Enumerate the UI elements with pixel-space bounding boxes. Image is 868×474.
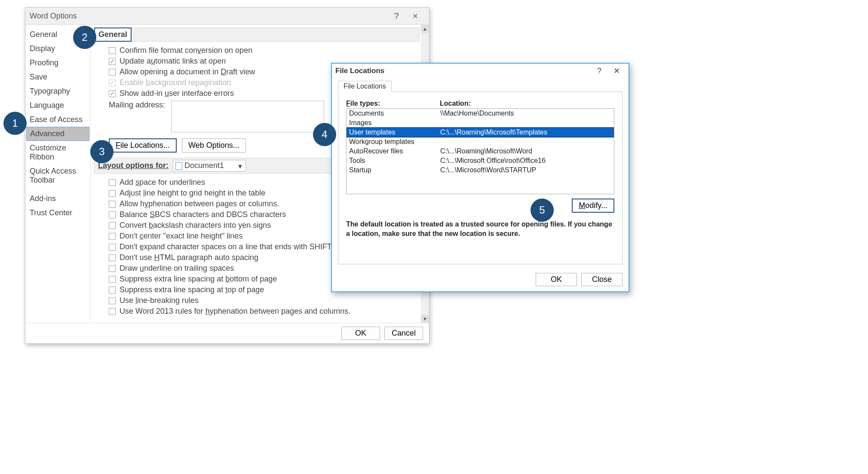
sidebar-item-trust[interactable]: Trust Center bbox=[25, 206, 90, 220]
file-locations-tab[interactable]: File Locations bbox=[338, 81, 392, 92]
checkbox-icon bbox=[109, 179, 116, 186]
checkbox-label: Suppress extra line spacing at top of pa… bbox=[120, 285, 264, 294]
checkbox-icon bbox=[109, 287, 116, 294]
checkbox-icon bbox=[109, 233, 116, 240]
file-locations-button[interactable]: File Locations... bbox=[109, 138, 177, 153]
file-type-cell: Startup bbox=[349, 165, 440, 175]
checkbox-label: Don't use HTML paragraph auto spacing bbox=[120, 253, 258, 262]
sidebar-item-save[interactable]: Save bbox=[25, 70, 90, 84]
checkbox-label: Update automatic links at open bbox=[120, 57, 226, 66]
help-button[interactable]: ? bbox=[591, 67, 608, 76]
layout-options-label: Layout options for: bbox=[98, 161, 169, 170]
file-location-row[interactable]: Documents\\Mac\Home\Documents bbox=[347, 109, 614, 118]
checkbox-icon bbox=[109, 297, 116, 304]
checkbox-icon bbox=[109, 90, 116, 97]
checkbox-icon bbox=[109, 80, 116, 86]
file-location-row[interactable]: StartupC:\...\Microsoft\Word\STARTUP bbox=[347, 165, 614, 175]
checkbox-label: Adjust line height to grid height in the… bbox=[120, 189, 265, 198]
location-cell: C:\...\Roaming\Microsoft\Templates bbox=[440, 128, 547, 137]
callout-2: 2 bbox=[73, 26, 96, 49]
file-location-row[interactable]: Workgroup templates bbox=[347, 137, 614, 147]
layout-document-select[interactable]: Document1 bbox=[173, 160, 246, 171]
checkbox-icon bbox=[109, 244, 116, 251]
column-file-types: File types: bbox=[346, 100, 440, 107]
location-cell: C:\...\Microsoft Office\root\Office16 bbox=[440, 156, 546, 165]
file-locations-title: File Locations bbox=[335, 67, 591, 75]
file-locations-titlebar: File Locations ? ✕ bbox=[332, 64, 629, 78]
file-locations-list[interactable]: Documents\\Mac\Home\DocumentsImagesUser … bbox=[346, 108, 614, 194]
file-type-cell: Workgroup templates bbox=[349, 137, 440, 147]
fl-ok-button[interactable]: OK bbox=[536, 273, 577, 286]
checkbox-label: Don't center "exact line height" lines bbox=[120, 232, 242, 241]
file-location-row[interactable]: AutoRecover filesC:\...\Roaming\Microsof… bbox=[347, 147, 614, 156]
location-cell: \\Mac\Home\Documents bbox=[440, 109, 514, 118]
mailing-address-label: Mailing address: bbox=[109, 101, 165, 132]
file-type-cell: Documents bbox=[349, 109, 440, 118]
file-type-cell: Tools bbox=[349, 156, 440, 165]
checkbox-label: Draw underline on trailing spaces bbox=[120, 264, 234, 273]
sidebar-item-qat[interactable]: Quick Access Toolbar bbox=[25, 164, 90, 187]
file-location-row[interactable]: User templatesC:\...\Roaming\Microsoft\T… bbox=[347, 128, 614, 137]
sidebar-item-addins[interactable]: Add-ins bbox=[25, 192, 90, 206]
fl-close-button[interactable]: Close bbox=[581, 273, 623, 286]
checkbox-icon bbox=[109, 58, 116, 65]
location-cell: C:\...\Roaming\Microsoft\Word bbox=[440, 147, 532, 156]
options-sidebar: General Display Proofing Save Typography… bbox=[25, 25, 91, 323]
checkbox-icon bbox=[109, 211, 116, 218]
checkbox-label: Suppress extra line spacing at bottom of… bbox=[120, 275, 277, 284]
checkbox-label: Allow opening a document in Draft view bbox=[120, 67, 255, 76]
file-location-row[interactable]: ToolsC:\...\Microsoft Office\root\Office… bbox=[347, 156, 614, 165]
word-options-title: Word Options bbox=[30, 12, 387, 21]
sidebar-item-ribbon[interactable]: Customize Ribbon bbox=[25, 141, 90, 164]
ok-button[interactable]: OK bbox=[341, 327, 380, 340]
checkbox-label: Add space for underlines bbox=[120, 178, 205, 187]
sidebar-item-advanced[interactable]: Advanced bbox=[26, 127, 89, 141]
checkbox-icon bbox=[109, 222, 116, 229]
file-type-cell: AutoRecover files bbox=[349, 147, 440, 156]
sidebar-item-typography[interactable]: Typography bbox=[25, 84, 90, 98]
checkbox-icon bbox=[109, 190, 116, 197]
modify-button[interactable]: Modify... bbox=[572, 199, 614, 213]
file-type-cell: Images bbox=[349, 118, 440, 128]
word-options-titlebar: Word Options ? × bbox=[25, 8, 429, 24]
scroll-down-icon[interactable]: ▼ bbox=[421, 315, 429, 323]
layout-option-11[interactable]: Use line-breaking rules bbox=[94, 295, 420, 306]
callout-1: 1 bbox=[3, 112, 27, 135]
close-button[interactable]: × bbox=[406, 11, 425, 21]
checkbox-label: Confirm file format conversion on open bbox=[120, 46, 252, 55]
sidebar-item-proofing[interactable]: Proofing bbox=[25, 56, 90, 70]
checkbox-label: Balance SBCS characters and DBCS charact… bbox=[120, 210, 286, 219]
file-location-row[interactable]: Images bbox=[347, 118, 614, 128]
checkbox-icon bbox=[109, 201, 116, 208]
checkbox-label: Enable background repagination bbox=[120, 78, 231, 87]
checkbox-label: Convert backslash characters into yen si… bbox=[120, 221, 271, 230]
checkbox-label: Allow hyphenation between pages or colum… bbox=[120, 199, 279, 208]
checkbox-label: Use Word 2013 rules for hyphenation betw… bbox=[120, 307, 350, 316]
checkbox-icon bbox=[109, 69, 116, 76]
file-locations-note: The default location is treated as a tru… bbox=[346, 220, 614, 238]
cancel-button[interactable]: Cancel bbox=[384, 327, 423, 340]
checkbox-icon bbox=[109, 265, 116, 272]
callout-5: 5 bbox=[531, 199, 554, 222]
checkbox-icon bbox=[109, 254, 116, 261]
sidebar-item-language[interactable]: Language bbox=[25, 98, 90, 113]
close-button[interactable]: ✕ bbox=[608, 66, 625, 76]
checkbox-label: Use line-breaking rules bbox=[120, 296, 199, 305]
sidebar-item-ease[interactable]: Ease of Access bbox=[25, 113, 90, 127]
checkbox-confirm-open[interactable]: Confirm file format conversion on open bbox=[94, 45, 420, 56]
file-type-cell: User templates bbox=[349, 128, 440, 137]
checkbox-icon bbox=[109, 276, 116, 283]
checkbox-icon bbox=[109, 47, 116, 54]
mailing-address-input[interactable] bbox=[171, 101, 324, 132]
section-header-general: General bbox=[94, 28, 132, 42]
layout-option-12[interactable]: Use Word 2013 rules for hyphenation betw… bbox=[94, 306, 420, 317]
callout-3: 3 bbox=[90, 140, 113, 163]
checkbox-icon bbox=[109, 308, 116, 315]
callout-4: 4 bbox=[313, 123, 336, 146]
location-cell: C:\...\Microsoft\Word\STARTUP bbox=[440, 165, 536, 175]
file-locations-dialog: File Locations ? ✕ File Locations File t… bbox=[331, 63, 629, 292]
help-button[interactable]: ? bbox=[387, 11, 406, 21]
web-options-button[interactable]: Web Options... bbox=[182, 138, 246, 153]
column-location: Location: bbox=[440, 100, 471, 107]
scroll-up-icon[interactable]: ▲ bbox=[421, 25, 429, 33]
